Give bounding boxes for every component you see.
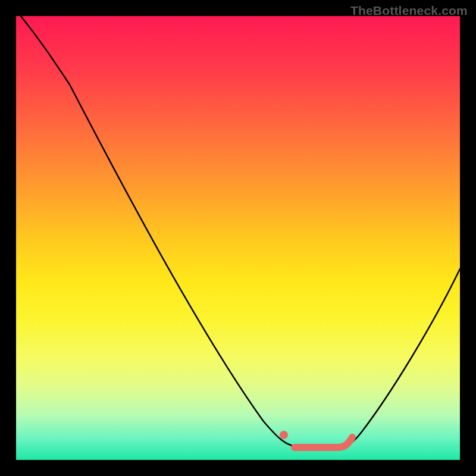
curve-layer [16,16,460,460]
chart-frame: TheBottleneck.com [0,0,476,476]
highlight-segment [295,437,352,447]
marker-dot [280,431,288,439]
plot-area [16,16,460,460]
bottleneck-curve-path [21,16,460,446]
